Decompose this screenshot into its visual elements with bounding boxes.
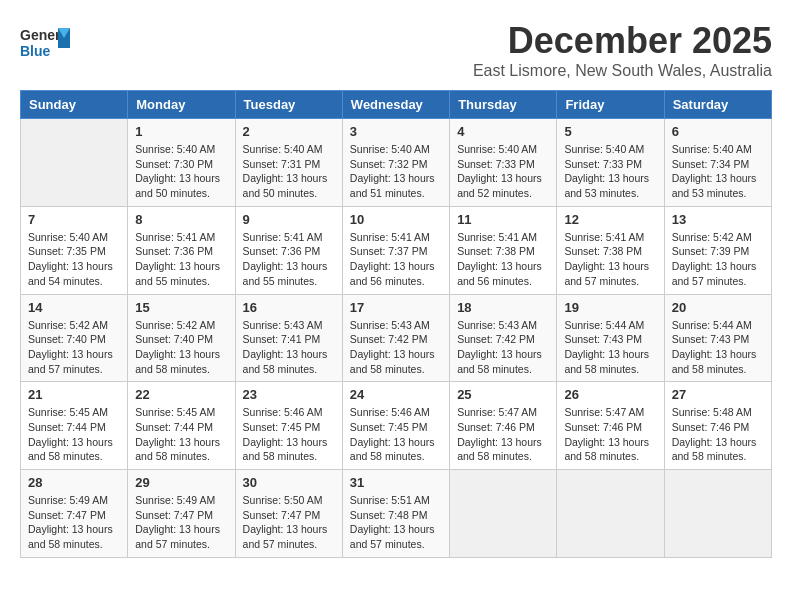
day-info: Sunrise: 5:45 AM Sunset: 7:44 PM Dayligh… [28,405,120,464]
calendar-cell: 6Sunrise: 5:40 AM Sunset: 7:34 PM Daylig… [664,119,771,207]
calendar-cell: 27Sunrise: 5:48 AM Sunset: 7:46 PM Dayli… [664,382,771,470]
calendar-cell: 17Sunrise: 5:43 AM Sunset: 7:42 PM Dayli… [342,294,449,382]
day-number: 9 [243,212,335,227]
day-number: 3 [350,124,442,139]
day-number: 26 [564,387,656,402]
day-number: 5 [564,124,656,139]
calendar-cell: 30Sunrise: 5:50 AM Sunset: 7:47 PM Dayli… [235,470,342,558]
calendar-cell: 15Sunrise: 5:42 AM Sunset: 7:40 PM Dayli… [128,294,235,382]
calendar-week-row: 21Sunrise: 5:45 AM Sunset: 7:44 PM Dayli… [21,382,772,470]
day-number: 7 [28,212,120,227]
day-info: Sunrise: 5:41 AM Sunset: 7:36 PM Dayligh… [243,230,335,289]
day-info: Sunrise: 5:49 AM Sunset: 7:47 PM Dayligh… [135,493,227,552]
day-header-wednesday: Wednesday [342,91,449,119]
day-info: Sunrise: 5:40 AM Sunset: 7:32 PM Dayligh… [350,142,442,201]
calendar-cell: 14Sunrise: 5:42 AM Sunset: 7:40 PM Dayli… [21,294,128,382]
day-number: 10 [350,212,442,227]
day-number: 25 [457,387,549,402]
calendar-cell: 25Sunrise: 5:47 AM Sunset: 7:46 PM Dayli… [450,382,557,470]
day-info: Sunrise: 5:40 AM Sunset: 7:34 PM Dayligh… [672,142,764,201]
day-info: Sunrise: 5:47 AM Sunset: 7:46 PM Dayligh… [564,405,656,464]
calendar-cell: 8Sunrise: 5:41 AM Sunset: 7:36 PM Daylig… [128,206,235,294]
calendar-cell: 7Sunrise: 5:40 AM Sunset: 7:35 PM Daylig… [21,206,128,294]
calendar-cell: 12Sunrise: 5:41 AM Sunset: 7:38 PM Dayli… [557,206,664,294]
calendar-cell: 28Sunrise: 5:49 AM Sunset: 7:47 PM Dayli… [21,470,128,558]
day-number: 21 [28,387,120,402]
calendar-cell: 10Sunrise: 5:41 AM Sunset: 7:37 PM Dayli… [342,206,449,294]
day-header-friday: Friday [557,91,664,119]
day-info: Sunrise: 5:42 AM Sunset: 7:40 PM Dayligh… [28,318,120,377]
day-info: Sunrise: 5:48 AM Sunset: 7:46 PM Dayligh… [672,405,764,464]
calendar-cell: 16Sunrise: 5:43 AM Sunset: 7:41 PM Dayli… [235,294,342,382]
calendar-cell: 22Sunrise: 5:45 AM Sunset: 7:44 PM Dayli… [128,382,235,470]
page-header: General Blue December 2025 East Lismore,… [20,20,772,80]
calendar-cell: 4Sunrise: 5:40 AM Sunset: 7:33 PM Daylig… [450,119,557,207]
calendar-cell: 11Sunrise: 5:41 AM Sunset: 7:38 PM Dayli… [450,206,557,294]
day-info: Sunrise: 5:40 AM Sunset: 7:33 PM Dayligh… [564,142,656,201]
logo-icon: General Blue [20,20,70,65]
calendar-cell: 1Sunrise: 5:40 AM Sunset: 7:30 PM Daylig… [128,119,235,207]
day-info: Sunrise: 5:42 AM Sunset: 7:39 PM Dayligh… [672,230,764,289]
calendar-cell: 26Sunrise: 5:47 AM Sunset: 7:46 PM Dayli… [557,382,664,470]
day-number: 4 [457,124,549,139]
day-number: 19 [564,300,656,315]
day-number: 28 [28,475,120,490]
day-info: Sunrise: 5:43 AM Sunset: 7:42 PM Dayligh… [350,318,442,377]
day-info: Sunrise: 5:44 AM Sunset: 7:43 PM Dayligh… [672,318,764,377]
calendar-cell: 19Sunrise: 5:44 AM Sunset: 7:43 PM Dayli… [557,294,664,382]
day-info: Sunrise: 5:41 AM Sunset: 7:38 PM Dayligh… [564,230,656,289]
logo: General Blue [20,20,70,69]
day-number: 2 [243,124,335,139]
day-number: 27 [672,387,764,402]
day-info: Sunrise: 5:50 AM Sunset: 7:47 PM Dayligh… [243,493,335,552]
day-number: 12 [564,212,656,227]
day-info: Sunrise: 5:41 AM Sunset: 7:38 PM Dayligh… [457,230,549,289]
day-info: Sunrise: 5:49 AM Sunset: 7:47 PM Dayligh… [28,493,120,552]
day-header-saturday: Saturday [664,91,771,119]
day-info: Sunrise: 5:43 AM Sunset: 7:41 PM Dayligh… [243,318,335,377]
day-number: 24 [350,387,442,402]
calendar-cell: 9Sunrise: 5:41 AM Sunset: 7:36 PM Daylig… [235,206,342,294]
day-number: 15 [135,300,227,315]
day-number: 30 [243,475,335,490]
calendar-week-row: 14Sunrise: 5:42 AM Sunset: 7:40 PM Dayli… [21,294,772,382]
day-info: Sunrise: 5:42 AM Sunset: 7:40 PM Dayligh… [135,318,227,377]
day-header-thursday: Thursday [450,91,557,119]
day-number: 1 [135,124,227,139]
day-number: 22 [135,387,227,402]
day-number: 20 [672,300,764,315]
day-number: 6 [672,124,764,139]
day-info: Sunrise: 5:40 AM Sunset: 7:33 PM Dayligh… [457,142,549,201]
calendar-cell: 13Sunrise: 5:42 AM Sunset: 7:39 PM Dayli… [664,206,771,294]
day-number: 31 [350,475,442,490]
calendar-cell: 5Sunrise: 5:40 AM Sunset: 7:33 PM Daylig… [557,119,664,207]
calendar-cell: 24Sunrise: 5:46 AM Sunset: 7:45 PM Dayli… [342,382,449,470]
day-info: Sunrise: 5:40 AM Sunset: 7:30 PM Dayligh… [135,142,227,201]
day-info: Sunrise: 5:51 AM Sunset: 7:48 PM Dayligh… [350,493,442,552]
day-info: Sunrise: 5:40 AM Sunset: 7:35 PM Dayligh… [28,230,120,289]
day-number: 11 [457,212,549,227]
day-info: Sunrise: 5:43 AM Sunset: 7:42 PM Dayligh… [457,318,549,377]
calendar-cell: 23Sunrise: 5:46 AM Sunset: 7:45 PM Dayli… [235,382,342,470]
day-number: 23 [243,387,335,402]
calendar-table: SundayMondayTuesdayWednesdayThursdayFrid… [20,90,772,558]
calendar-header-row: SundayMondayTuesdayWednesdayThursdayFrid… [21,91,772,119]
calendar-cell: 2Sunrise: 5:40 AM Sunset: 7:31 PM Daylig… [235,119,342,207]
day-number: 17 [350,300,442,315]
day-header-tuesday: Tuesday [235,91,342,119]
day-number: 8 [135,212,227,227]
calendar-cell [450,470,557,558]
title-block: December 2025 East Lismore, New South Wa… [473,20,772,80]
calendar-cell [664,470,771,558]
day-header-sunday: Sunday [21,91,128,119]
month-title: December 2025 [473,20,772,62]
calendar-cell: 3Sunrise: 5:40 AM Sunset: 7:32 PM Daylig… [342,119,449,207]
day-number: 18 [457,300,549,315]
day-info: Sunrise: 5:46 AM Sunset: 7:45 PM Dayligh… [243,405,335,464]
calendar-cell: 29Sunrise: 5:49 AM Sunset: 7:47 PM Dayli… [128,470,235,558]
calendar-week-row: 1Sunrise: 5:40 AM Sunset: 7:30 PM Daylig… [21,119,772,207]
day-info: Sunrise: 5:41 AM Sunset: 7:36 PM Dayligh… [135,230,227,289]
day-info: Sunrise: 5:44 AM Sunset: 7:43 PM Dayligh… [564,318,656,377]
calendar-week-row: 7Sunrise: 5:40 AM Sunset: 7:35 PM Daylig… [21,206,772,294]
calendar-cell [21,119,128,207]
